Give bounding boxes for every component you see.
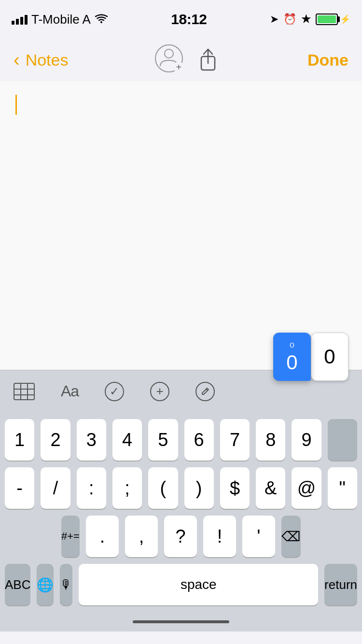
carrier-label: T-Mobile A — [31, 12, 91, 27]
svg-rect-4 — [14, 383, 34, 400]
key-period[interactable]: . — [86, 516, 119, 557]
key-9[interactable]: 9 — [292, 419, 321, 461]
key-popup-small-label: o — [290, 340, 294, 350]
key-sym-toggle[interactable]: #+= — [61, 516, 80, 557]
key-popup-bubble: o 0 — [273, 333, 311, 381]
location-icon: ➤ — [270, 13, 278, 26]
abc-button[interactable]: ABC — [5, 564, 30, 605]
key-1[interactable]: 1 — [5, 419, 34, 461]
key-zero[interactable]: 0 — [311, 333, 348, 381]
key-4[interactable]: 4 — [112, 419, 142, 461]
return-button[interactable]: return — [324, 564, 357, 605]
pen-button[interactable] — [195, 382, 215, 401]
globe-button[interactable]: 🌐 — [37, 564, 54, 605]
key-exclaim[interactable]: ! — [203, 516, 236, 557]
pen-icon — [200, 386, 210, 397]
nav-center-actions: + — [155, 44, 221, 75]
key-question[interactable]: ? — [164, 516, 197, 557]
key-2[interactable]: 2 — [41, 419, 70, 461]
bluetooth-icon: ★ — [301, 13, 311, 26]
format-text-button[interactable]: Aa — [61, 382, 79, 400]
keyboard-row-symbols: - / : ; ( ) $ & @ " — [0, 467, 362, 509]
svg-point-1 — [165, 49, 173, 58]
delete-icon: ⌫ — [281, 529, 301, 545]
table-button[interactable] — [14, 383, 35, 400]
key-8[interactable]: 8 — [256, 419, 285, 461]
status-right: ➤ ⏰ ★ ⚡ — [270, 13, 350, 26]
status-left: T-Mobile A — [12, 12, 108, 27]
add-contact-button[interactable]: + — [155, 44, 186, 75]
key-at[interactable]: @ — [292, 467, 321, 509]
signal-icon — [12, 14, 28, 25]
key-7[interactable]: 7 — [220, 419, 250, 461]
insert-button[interactable]: + — [150, 382, 169, 401]
time-label: 18:12 — [171, 11, 207, 28]
note-editor[interactable] — [0, 81, 362, 370]
text-cursor — [15, 95, 17, 115]
back-label: Notes — [26, 51, 69, 70]
key-dollar[interactable]: $ — [220, 467, 250, 509]
done-button[interactable]: Done — [307, 51, 348, 70]
key-5[interactable]: 5 — [148, 419, 178, 461]
wifi-icon — [95, 13, 108, 26]
checklist-button[interactable]: ✓ — [105, 382, 124, 401]
key-popup-main-label: 0 — [286, 351, 297, 374]
contact-plus-icon: + — [173, 62, 184, 72]
nav-bar: ‹ Notes + Done — [0, 39, 362, 81]
key-ampersand[interactable]: & — [256, 467, 285, 509]
key-6[interactable]: 6 — [184, 419, 214, 461]
key-comma[interactable]: , — [125, 516, 158, 557]
key-popup: o 0 0 — [273, 333, 348, 381]
keyboard-row-numbers: 1 2 3 4 5 6 7 8 9 — [0, 419, 362, 461]
check-circle-icon: ✓ — [105, 382, 124, 401]
battery-charge-icon: ⚡ — [340, 14, 350, 25]
key-empty — [328, 419, 357, 461]
keyboard: 1 2 3 4 5 6 7 8 9 - / : ; ( ) $ & @ " #+… — [0, 412, 362, 631]
key-apostrophe[interactable]: ' — [242, 516, 275, 557]
chevron-left-icon: ‹ — [14, 50, 20, 70]
battery-indicator: ⚡ — [316, 14, 350, 25]
pen-circle-icon — [195, 382, 215, 401]
delete-button[interactable]: ⌫ — [281, 516, 301, 557]
keyboard-row-special: #+= . , ? ! ' ⌫ — [0, 516, 362, 557]
plus-circle-icon: + — [150, 382, 169, 401]
table-icon — [14, 383, 35, 400]
toolbar-items: Aa ✓ + — [14, 382, 348, 401]
home-bar — [133, 620, 229, 623]
alarm-icon: ⏰ — [283, 13, 296, 26]
mic-button[interactable]: 🎙 — [60, 564, 72, 605]
key-3[interactable]: 3 — [77, 419, 106, 461]
key-colon[interactable]: : — [77, 467, 106, 509]
share-button[interactable] — [195, 44, 221, 75]
key-rparen[interactable]: ) — [184, 467, 214, 509]
formatting-toolbar: Aa ✓ + o 0 0 — [0, 370, 362, 412]
svg-line-9 — [206, 389, 208, 391]
space-button[interactable]: space — [79, 564, 318, 605]
keyboard-row-bottom: ABC 🌐 🎙 space return — [0, 564, 362, 605]
key-slash[interactable]: / — [41, 467, 70, 509]
status-bar: T-Mobile A 18:12 ➤ ⏰ ★ ⚡ — [0, 0, 362, 39]
key-semicolon[interactable]: ; — [112, 467, 142, 509]
home-indicator — [0, 612, 362, 631]
share-icon — [199, 48, 217, 72]
key-lparen[interactable]: ( — [148, 467, 178, 509]
key-quote[interactable]: " — [328, 467, 357, 509]
svg-point-0 — [100, 21, 102, 23]
aa-icon: Aa — [61, 382, 79, 400]
key-dash[interactable]: - — [5, 467, 34, 509]
back-button[interactable]: ‹ Notes — [14, 50, 68, 70]
